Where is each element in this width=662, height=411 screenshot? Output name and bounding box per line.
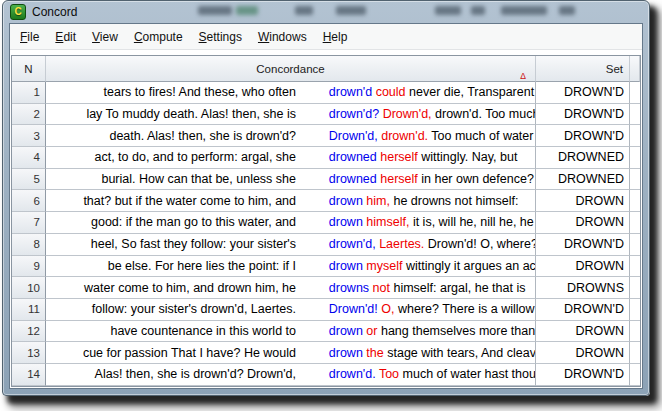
set-cell[interactable]: DROWNED (536, 169, 630, 191)
collocate-word[interactable]: Drown'd, (383, 107, 432, 121)
menu-item-compute[interactable]: Compute (126, 27, 191, 47)
row-number-cell[interactable]: 14 (12, 364, 46, 386)
collocate-word[interactable]: O, (381, 302, 394, 316)
node-word[interactable]: drown'd. (329, 367, 376, 381)
table-row[interactable]: 14 Alas! then, she is drown'd? Drown'd, … (12, 364, 640, 386)
row-number-cell[interactable]: 6 (12, 190, 46, 212)
collocate-word[interactable]: Too (379, 367, 399, 381)
row-number-cell[interactable]: 2 (12, 104, 46, 126)
collocate-word[interactable]: drown'd. (381, 129, 428, 143)
node-word[interactable]: Drown'd, (329, 129, 378, 143)
concordance-cell[interactable]: death. Alas! then, she is drown'd? Drown… (46, 125, 536, 147)
menu-item-file[interactable]: File (12, 27, 47, 47)
concordance-cell[interactable]: heel, So fast they follow: your sister's… (46, 234, 536, 256)
collocate-word[interactable]: Laertes. (379, 237, 424, 251)
table-row[interactable]: 1 tears to fires! And these, who often d… (12, 82, 640, 104)
collocate-word[interactable]: myself (366, 259, 402, 273)
set-cell[interactable]: DROWN'D (536, 234, 630, 256)
row-number-cell[interactable]: 4 (12, 147, 46, 169)
table-row[interactable]: 7 good: if the man go to this water, and… (12, 212, 640, 234)
row-number-cell[interactable]: 7 (12, 212, 46, 234)
node-word[interactable]: drown'd, (329, 237, 376, 251)
set-cell[interactable]: DROWN (536, 212, 630, 234)
set-cell[interactable]: DROWN'D (536, 82, 630, 104)
table-row[interactable]: 6 that? but if the water come to him, an… (12, 190, 640, 212)
menu-item-windows[interactable]: Windows (250, 27, 315, 47)
node-word[interactable]: drown (329, 194, 363, 208)
set-cell[interactable]: DROWN (536, 321, 630, 343)
collocate-word[interactable]: the (366, 346, 383, 360)
menu-item-settings[interactable]: Settings (191, 27, 250, 47)
column-header-set[interactable]: Set (536, 56, 630, 82)
set-cell[interactable]: DROWN (536, 256, 630, 278)
node-word[interactable]: drown'd? (329, 107, 379, 121)
menu-item-edit[interactable]: Edit (47, 27, 84, 47)
table-row[interactable]: 13 cue for passion That I have? He would… (12, 342, 640, 364)
set-cell[interactable]: DROWN (536, 342, 630, 364)
row-number-cell[interactable]: 12 (12, 321, 46, 343)
row-number-cell[interactable]: 1 (12, 82, 46, 104)
table-row[interactable]: 9 be else. For here lies the point: if I… (12, 256, 640, 278)
node-word[interactable]: drowns (329, 281, 369, 295)
concordance-cell[interactable]: have countenance in this world to drown … (46, 321, 536, 343)
row-number-cell[interactable]: 5 (12, 169, 46, 191)
collocate-word[interactable]: not (373, 281, 390, 295)
collocate-word[interactable]: herself (380, 172, 418, 186)
concordance-cell[interactable]: cue for passion That I have? He would dr… (46, 342, 536, 364)
row-number-cell[interactable]: 11 (12, 299, 46, 321)
concordance-cell[interactable]: good: if the man go to this water, and d… (46, 212, 536, 234)
concordance-cell[interactable]: Alas! then, she is drown'd? Drown'd, dro… (46, 364, 536, 386)
column-header-concordance[interactable]: Concordance Δ (46, 56, 536, 82)
set-cell[interactable]: DROWN'D (536, 104, 630, 126)
menu-item-help[interactable]: Help (315, 27, 356, 47)
concordance-cell[interactable]: that? but if the water come to him, and … (46, 190, 536, 212)
node-word[interactable]: drowned (329, 172, 377, 186)
concordance-cell[interactable]: burial. How can that be, unless she drow… (46, 169, 536, 191)
concordance-cell[interactable]: act, to do, and to perform: argal, she d… (46, 147, 536, 169)
menu-item-view[interactable]: View (84, 27, 126, 47)
left-context: good: if the man go to this water, and (48, 215, 296, 229)
table-row[interactable]: 12 have countenance in this world to dro… (12, 321, 640, 343)
table-row[interactable]: 11 follow: your sister's drown'd, Laerte… (12, 299, 640, 321)
concordance-cell[interactable]: lay To muddy death. Alas! then, she is d… (46, 104, 536, 126)
set-cell[interactable]: DROWN (536, 190, 630, 212)
set-cell[interactable]: DROWNS (536, 277, 630, 299)
sort-indicator-icon: Δ (520, 72, 526, 81)
set-cell[interactable]: DROWN'D (536, 364, 630, 386)
collocate-word[interactable]: him, (366, 194, 390, 208)
concordance-cell[interactable]: follow: your sister's drown'd, Laertes. … (46, 299, 536, 321)
table-row[interactable]: 8 heel, So fast they follow: your sister… (12, 234, 640, 256)
row-number-cell[interactable]: 10 (12, 277, 46, 299)
table-row[interactable]: 10 water come to him, and drown him, he … (12, 277, 640, 299)
collocate-word[interactable]: himself, (366, 215, 409, 229)
collocate-word[interactable]: herself (380, 150, 418, 164)
set-cell[interactable]: DROWN'D (536, 125, 630, 147)
table-row[interactable]: 4 act, to do, and to perform: argal, she… (12, 147, 640, 169)
table-row[interactable]: 3 death. Alas! then, she is drown'd? Dro… (12, 125, 640, 147)
node-word[interactable]: drown (329, 259, 363, 273)
node-word[interactable]: drown'd (329, 85, 372, 99)
row-number-cell[interactable]: 3 (12, 125, 46, 147)
row-number-cell[interactable]: 9 (12, 256, 46, 278)
table-row[interactable]: 5 burial. How can that be, unless she dr… (12, 169, 640, 191)
concordance-cell[interactable]: water come to him, and drown him, he dro… (46, 277, 536, 299)
node-word[interactable]: drowned (329, 150, 377, 164)
right-context-group: drown him, he drowns not himself: (301, 190, 519, 212)
titlebar[interactable]: C Concord (3, 1, 649, 23)
column-header-n[interactable]: N (12, 56, 46, 82)
stub-cell (630, 147, 640, 169)
set-cell[interactable]: DROWNED (536, 147, 630, 169)
row-number-cell[interactable]: 13 (12, 342, 46, 364)
collocate-word[interactable]: could (376, 85, 406, 99)
node-word[interactable]: drown (329, 215, 363, 229)
concordance-cell[interactable]: be else. For here lies the point: if I d… (46, 256, 536, 278)
node-word[interactable]: Drown'd! (329, 302, 378, 316)
node-word[interactable]: drown (329, 324, 363, 338)
set-cell[interactable]: DROWN'D (536, 299, 630, 321)
app-icon[interactable]: C (10, 4, 26, 20)
table-row[interactable]: 2 lay To muddy death. Alas! then, she is… (12, 104, 640, 126)
node-word[interactable]: drown (329, 346, 363, 360)
concordance-cell[interactable]: tears to fires! And these, who often dro… (46, 82, 536, 104)
row-number-cell[interactable]: 8 (12, 234, 46, 256)
collocate-word[interactable]: or (366, 324, 377, 338)
